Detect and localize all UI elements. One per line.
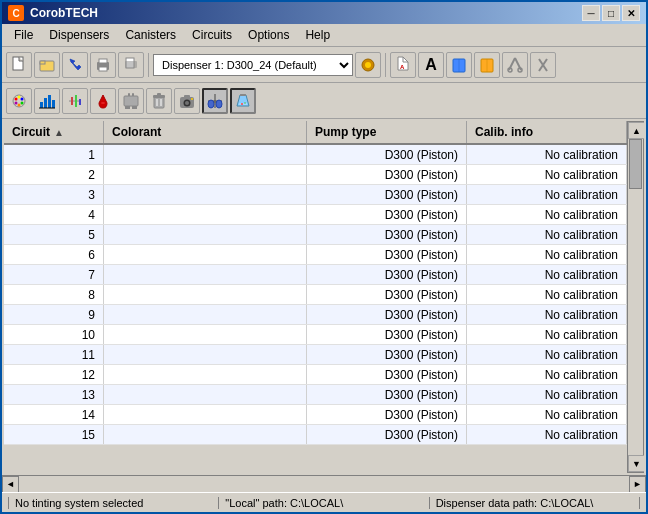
table-row[interactable]: 14 D300 (Piston) No calibration <box>4 405 627 425</box>
cell-pump-type: D300 (Piston) <box>307 185 467 204</box>
svg-point-22 <box>15 97 18 100</box>
table-row[interactable]: 10 D300 (Piston) No calibration <box>4 325 627 345</box>
cell-calib-info: No calibration <box>467 365 627 384</box>
close-button[interactable]: ✕ <box>622 5 640 21</box>
table-row[interactable]: 13 D300 (Piston) No calibration <box>4 385 627 405</box>
svg-rect-30 <box>48 95 51 108</box>
menu-circuits[interactable]: Circuits <box>184 26 240 44</box>
cell-circuit: 10 <box>4 325 104 344</box>
cell-calib-info: No calibration <box>467 385 627 404</box>
cell-circuit: 9 <box>4 305 104 324</box>
scissors-button[interactable] <box>502 52 528 78</box>
flask-button[interactable] <box>230 88 256 114</box>
table-row[interactable]: 4 D300 (Piston) No calibration <box>4 205 627 225</box>
cell-circuit: 12 <box>4 365 104 384</box>
table-row[interactable]: 7 D300 (Piston) No calibration <box>4 265 627 285</box>
cell-pump-type: D300 (Piston) <box>307 425 467 444</box>
title-buttons: ─ □ ✕ <box>582 5 640 21</box>
cell-calib-info: No calibration <box>467 305 627 324</box>
table-header: Circuit ▲ Colorant Pump type Calib. info <box>4 121 627 145</box>
scale-button[interactable] <box>202 88 228 114</box>
menu-canisters[interactable]: Canisters <box>117 26 184 44</box>
hscroll-right-button[interactable]: ► <box>629 476 646 493</box>
scroll-up-button[interactable]: ▲ <box>628 122 644 139</box>
open-doc-button[interactable] <box>34 52 60 78</box>
table-row[interactable]: 8 D300 (Piston) No calibration <box>4 285 627 305</box>
menu-options[interactable]: Options <box>240 26 297 44</box>
svg-rect-42 <box>132 106 137 109</box>
palette-button[interactable] <box>6 88 32 114</box>
trash-button[interactable] <box>146 88 172 114</box>
cell-pump-type: D300 (Piston) <box>307 245 467 264</box>
horizontal-scrollbar: ◄ ► <box>2 475 646 492</box>
separator-2 <box>385 53 386 77</box>
cell-calib-info: No calibration <box>467 425 627 444</box>
svg-rect-7 <box>125 61 137 68</box>
col-calib-info[interactable]: Calib. info <box>467 121 627 143</box>
cell-circuit: 15 <box>4 425 104 444</box>
cell-colorant <box>104 285 307 304</box>
bar-chart-button[interactable] <box>34 88 60 114</box>
svg-rect-5 <box>99 67 107 71</box>
svg-rect-57 <box>214 100 216 103</box>
svg-point-25 <box>21 101 24 104</box>
scroll-thumb[interactable] <box>629 139 642 189</box>
print2-button[interactable] <box>118 52 144 78</box>
scroll-down-button[interactable]: ▼ <box>628 455 644 472</box>
table-row[interactable]: 3 D300 (Piston) No calibration <box>4 185 627 205</box>
cell-calib-info: No calibration <box>467 245 627 264</box>
new-doc-button[interactable] <box>6 52 32 78</box>
svg-rect-43 <box>154 97 164 108</box>
table-row[interactable]: 2 D300 (Piston) No calibration <box>4 165 627 185</box>
cell-circuit: 11 <box>4 345 104 364</box>
cell-circuit: 13 <box>4 385 104 404</box>
table-row[interactable]: 12 D300 (Piston) No calibration <box>4 365 627 385</box>
cell-pump-type: D300 (Piston) <box>307 165 467 184</box>
cell-pump-type: D300 (Piston) <box>307 365 467 384</box>
col-circuit[interactable]: Circuit ▲ <box>4 121 104 143</box>
minimize-button[interactable]: ─ <box>582 5 600 21</box>
table-row[interactable]: 9 D300 (Piston) No calibration <box>4 305 627 325</box>
settings-button[interactable] <box>118 88 144 114</box>
vertical-scrollbar: ▲ ▼ <box>627 121 644 473</box>
cell-circuit: 1 <box>4 145 104 164</box>
cell-colorant <box>104 185 307 204</box>
cut-button[interactable] <box>530 52 556 78</box>
toolbar-2 <box>2 83 646 119</box>
cell-pump-type: D300 (Piston) <box>307 325 467 344</box>
color-drop-button[interactable] <box>90 88 116 114</box>
svg-rect-51 <box>184 95 190 98</box>
menu-dispensers[interactable]: Dispensers <box>41 26 117 44</box>
maximize-button[interactable]: □ <box>602 5 620 21</box>
font-button[interactable]: A <box>418 52 444 78</box>
phone-button[interactable] <box>62 52 88 78</box>
camera-button[interactable] <box>174 88 200 114</box>
hscroll-left-button[interactable]: ◄ <box>2 476 19 493</box>
book2-button[interactable] <box>474 52 500 78</box>
cell-colorant <box>104 145 307 164</box>
col-colorant[interactable]: Colorant <box>104 121 307 143</box>
separator-1 <box>148 53 149 77</box>
cell-calib-info: No calibration <box>467 205 627 224</box>
table-row[interactable]: 15 D300 (Piston) No calibration <box>4 425 627 445</box>
menu-file[interactable]: File <box>6 26 41 44</box>
print-button[interactable] <box>90 52 116 78</box>
svg-point-52 <box>191 98 193 100</box>
table-row[interactable]: 1 D300 (Piston) No calibration <box>4 145 627 165</box>
cell-calib-info: No calibration <box>467 165 627 184</box>
col-pump-type[interactable]: Pump type <box>307 121 467 143</box>
cell-pump-type: D300 (Piston) <box>307 345 467 364</box>
dispenser-icon-button[interactable] <box>355 52 381 78</box>
dispenser-select[interactable]: Dispenser 1: D300_24 (Default) <box>153 54 353 76</box>
table-row[interactable]: 5 D300 (Piston) No calibration <box>4 225 627 245</box>
cell-circuit: 7 <box>4 265 104 284</box>
table-row[interactable]: 11 D300 (Piston) No calibration <box>4 345 627 365</box>
status-middle: "Local" path: C:\LOCAL\ <box>219 497 429 509</box>
menu-help[interactable]: Help <box>297 26 338 44</box>
book-button[interactable] <box>446 52 472 78</box>
equalizer-button[interactable] <box>62 88 88 114</box>
table-body: 1 D300 (Piston) No calibration 2 D300 (P… <box>4 145 627 473</box>
table-row[interactable]: 6 D300 (Piston) No calibration <box>4 245 627 265</box>
print-dispenser-button[interactable]: A <box>390 52 416 78</box>
svg-rect-59 <box>240 94 246 96</box>
